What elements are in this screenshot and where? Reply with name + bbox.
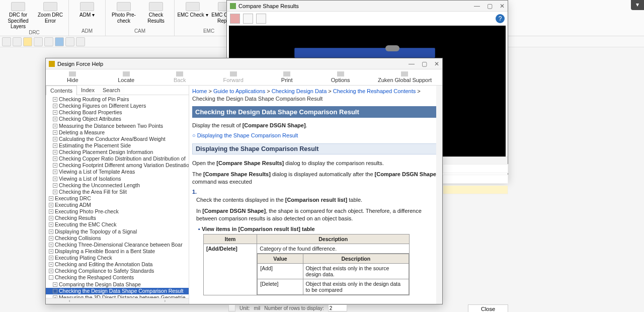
help-options-button[interactable]: Options — [313, 69, 367, 85]
close-button-footer[interactable]: Close — [468, 304, 508, 312]
tree-item[interactable]: +Viewing a List of Isolations — [46, 176, 189, 182]
qtool-7[interactable] — [65, 37, 74, 46]
tab-search[interactable]: Search — [99, 86, 124, 95]
help-app-icon — [49, 61, 55, 67]
ctool-paste[interactable] — [256, 14, 266, 24]
tree-item[interactable]: +Executing DRC — [46, 195, 189, 202]
help-content: Home > Guide to Applications > Checking … — [189, 86, 442, 304]
step-para-a: Check the contents displayed in the [Com… — [196, 196, 439, 204]
crumb-guide[interactable]: Guide to Applications — [213, 88, 265, 94]
tree-item[interactable]: +Displaying a Flexible Board in a Bent S… — [46, 248, 189, 255]
unit-label: Unit: — [239, 305, 250, 311]
rows-input[interactable] — [328, 304, 347, 311]
maximize-button[interactable]: ▢ — [487, 3, 493, 10]
photo-precheck-button[interactable]: Photo Pre-check — [108, 1, 140, 24]
qtool-5[interactable] — [44, 37, 53, 46]
help-forward-button[interactable]: Forward — [206, 69, 260, 85]
step-number: 1. — [192, 189, 439, 195]
tree-item[interactable]: +Checking the Area Fill for Slit — [46, 189, 189, 195]
tree-item[interactable]: +Checking Object Attributes — [46, 116, 189, 122]
step-para-b: In [Compare DSGN Shape], the shape is co… — [196, 207, 439, 223]
tree-item[interactable]: +Comparing the Design Data Shape — [46, 281, 189, 288]
help-close-button[interactable]: ✕ — [434, 60, 439, 67]
tree-item[interactable]: +Checking Collisions — [46, 235, 189, 242]
ctool-fit[interactable] — [230, 14, 240, 24]
tree-item[interactable]: +Checking Routing of Pin Pairs — [46, 96, 189, 103]
tab-contents[interactable]: Contents — [46, 86, 77, 95]
help-locate-button[interactable]: Locate — [99, 69, 152, 85]
tree-item[interactable]: +Checking Placement Design Information — [46, 149, 189, 155]
minimize-button[interactable]: — — [474, 3, 480, 10]
help-maximize-button[interactable]: ▢ — [422, 60, 427, 67]
tree-hscroll[interactable]: ‹› — [46, 298, 189, 304]
tree-item[interactable]: +Checking Three-Dimensional Clearance be… — [46, 242, 189, 248]
auto-para: The [Compare Shape Results] dialog is di… — [192, 171, 439, 186]
tree-item[interactable]: +Checking the Unconnected Length — [46, 182, 189, 189]
side-row-highlight — [443, 185, 508, 194]
tree-item[interactable]: +Executing Plating Check — [46, 255, 189, 261]
tree-item[interactable]: -Checking the Reshaped Contents — [46, 274, 189, 281]
th-desc: Description — [257, 234, 410, 244]
ribbon-group-label: ADM — [82, 28, 93, 34]
tree-item[interactable]: +Calculating the Conductor Area/Board We… — [46, 136, 189, 142]
qtool-1[interactable] — [2, 37, 11, 46]
help-minimize-button[interactable]: — — [409, 60, 415, 67]
check-results-button[interactable]: Check Results — [140, 1, 172, 24]
help-back-button[interactable]: Back — [153, 69, 206, 85]
tab-index[interactable]: Index — [77, 86, 99, 95]
cell-item: [Add/Delete] — [204, 244, 257, 295]
adm-button[interactable]: ADM ▾ — [71, 1, 103, 18]
tree-item[interactable]: +Checking Board Properties — [46, 109, 189, 116]
help-toolbar: Hide Locate Back Forward Print Options Z… — [46, 69, 442, 86]
ribbon-group-drc: DRC for Specified Layers Zoom DRC Error … — [0, 0, 69, 36]
help-titlebar[interactable]: Design Force Help — ▢ ✕ — [46, 58, 442, 69]
close-button[interactable]: ✕ — [500, 3, 505, 10]
side-stack — [443, 164, 508, 204]
help-hide-button[interactable]: Hide — [46, 69, 99, 85]
compare-window-titlebar[interactable]: Compare Shape Results — ▢ ✕ — [227, 1, 508, 12]
tree-item[interactable]: +Measuring the 3D Direct Distance betwee… — [46, 294, 189, 298]
tree-item[interactable]: +Estimating the Placement Side — [46, 142, 189, 149]
page-title: Checking the Design Data Shape Compariso… — [192, 106, 439, 118]
anchor-link[interactable]: Displaying the Shape Comparison Result — [192, 132, 439, 138]
emc-check-button[interactable]: EMC Check ▾ — [177, 1, 209, 24]
unit-icon[interactable] — [228, 304, 235, 311]
crumb-home[interactable]: Home — [192, 88, 207, 94]
help-window: Design Force Help — ▢ ✕ Hide Locate Back… — [45, 58, 443, 304]
tree-item[interactable]: +Checking Results — [46, 215, 189, 221]
qtool-2[interactable] — [13, 37, 22, 46]
tree-item[interactable]: +Measuring the Distance between Two Poin… — [46, 123, 189, 129]
tree-item[interactable]: +Executing the EMC Check — [46, 221, 189, 228]
ribbon-group-label: EMC — [203, 28, 214, 34]
qtool-6[interactable] — [55, 37, 64, 46]
tree-item[interactable]: +Executing ADM — [46, 202, 189, 208]
help-tree[interactable]: +Checking Routing of Pin Pairs+Checking … — [46, 95, 189, 298]
tree-item[interactable]: +Checking Copper Ratio Distribution and … — [46, 155, 189, 162]
help-icon[interactable]: ? — [496, 14, 505, 23]
side-tab-toggle[interactable]: ▾ — [631, 0, 644, 10]
tree-item[interactable]: +Deleting a Measure — [46, 129, 189, 136]
help-support-button[interactable]: Zuken Global Support — [367, 69, 442, 85]
side-row — [443, 175, 508, 184]
crumb-reshaped[interactable]: Checking the Reshaped Contents — [333, 88, 416, 94]
drc-specified-layers-button[interactable]: DRC for Specified Layers — [2, 1, 34, 30]
tree-item[interactable]: +Checking Compliance to Safety Standards — [46, 268, 189, 274]
unit-value: mil — [254, 305, 261, 311]
intro-para: Display the result of [Compare DSGN Shap… — [192, 122, 439, 129]
zoom-drc-error-button[interactable]: Zoom DRC Error — [34, 1, 66, 30]
tree-item[interactable]: +Checking and Editing the Annotation Dat… — [46, 261, 189, 268]
crumb-checking[interactable]: Checking Design Data — [272, 88, 327, 94]
tree-item[interactable]: +Checking the Design Data Shape Comparis… — [46, 288, 189, 294]
qtool-4[interactable] — [34, 37, 43, 46]
tree-item[interactable]: +Checking Footprint Different among Vari… — [46, 162, 189, 169]
content-scrollbar[interactable] — [436, 86, 442, 304]
help-print-button[interactable]: Print — [260, 69, 313, 85]
tree-item[interactable]: +Displaying the Topology of a Signal — [46, 228, 189, 235]
qtool-3[interactable] — [23, 37, 32, 46]
tree-item[interactable]: +Checking Figures on Different Layers — [46, 103, 189, 109]
ctool-copy[interactable] — [243, 14, 253, 24]
qtool-8[interactable] — [76, 37, 85, 46]
tree-item[interactable]: +Viewing a List of Template Areas — [46, 169, 189, 175]
tree-item[interactable]: +Executing Photo Pre-check — [46, 208, 189, 215]
side-row — [443, 164, 508, 173]
